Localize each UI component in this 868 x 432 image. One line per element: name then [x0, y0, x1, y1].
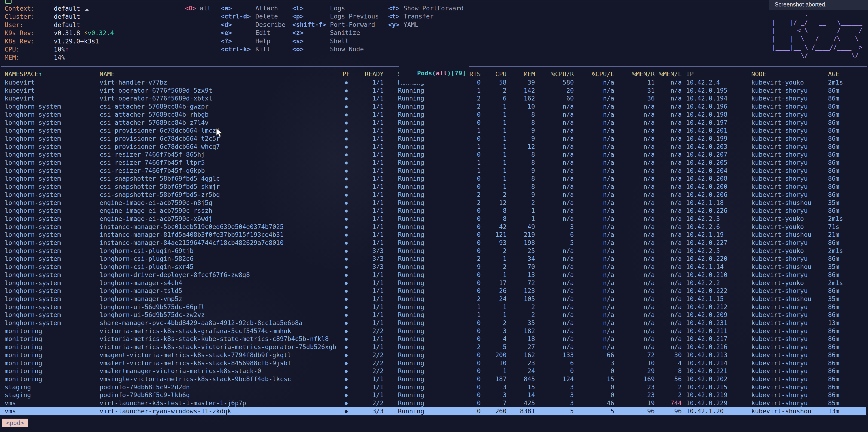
cell-mem: 9 [512, 191, 535, 199]
table-row[interactable]: monitoringvmalert-victoria-metrics-k8s-s… [0, 359, 866, 367]
column-header-ready[interactable]: READY [353, 70, 383, 78]
table-row[interactable]: longhorn-systeminstance-manager-5bc01eeb… [0, 223, 866, 231]
table-row-selected[interactable]: vmsvirt-launcher-ryan-windows-11-zkdqk●3… [0, 407, 866, 416]
cell-status: Running [398, 223, 442, 231]
cell-restarts: 0 [445, 287, 481, 295]
table-row[interactable]: vmsvirt-launcher-k3s-test-1-master-1-j6p… [0, 399, 866, 407]
cell-meml: n/a [654, 319, 682, 327]
cell-meml: 30 [654, 351, 682, 359]
column-header-cpur[interactable]: %CPU/R [541, 70, 574, 78]
table-row[interactable]: longhorn-systemcsi-attacher-57689cc84b-z… [0, 119, 866, 127]
table-row[interactable]: longhorn-systeminstance-manager-84ae2159… [0, 239, 866, 247]
cell-restarts: 0 [445, 327, 481, 335]
table-row[interactable]: longhorn-systemlonghorn-csi-plugin-sxr45… [0, 263, 866, 271]
table-row[interactable]: longhorn-systemlonghorn-csi-plugin-582c6… [0, 255, 866, 263]
table-row[interactable]: longhorn-systemlonghorn-manager-s4ch4●1/… [0, 279, 866, 287]
pod-status-dot-icon: ● [342, 111, 351, 119]
cell-age: 86m [828, 167, 866, 175]
table-row[interactable]: longhorn-systemcsi-attacher-57689cc84b-g… [0, 103, 866, 111]
pod-status-dot-icon: ● [342, 383, 351, 391]
cell-node: kubevirt-youko [751, 78, 827, 87]
table-row[interactable]: monitoringvmagent-victoria-metrics-k8s-s… [0, 351, 866, 359]
table-row[interactable]: longhorn-systemcsi-resizer-7466f7b45f-86… [0, 151, 866, 159]
table-row[interactable]: longhorn-systeminstance-manager-81fd5a40… [0, 231, 866, 239]
pod-status-dot-icon: ● [342, 375, 351, 383]
cell-restarts: 0 [445, 367, 481, 375]
column-header-ns[interactable]: NAMESPACE↑ [5, 70, 97, 78]
cell-ready: 1/1 [353, 159, 383, 167]
cell-cpul: n/a [582, 135, 614, 143]
table-row[interactable]: longhorn-systemcsi-provisioner-6c78dcb66… [0, 135, 866, 143]
cell-meml: n/a [654, 215, 682, 223]
table-row[interactable]: stagingpodinfo-79db68f5c9-lkb6q●1/1Runni… [0, 391, 866, 399]
table-row[interactable]: longhorn-systemcsi-attacher-57689cc84b-r… [0, 111, 866, 119]
table-row[interactable]: longhorn-systemlonghorn-ui-56d9b575dc-zw… [0, 311, 866, 319]
cell-memr: n/a [622, 191, 655, 199]
table-row[interactable]: longhorn-systemshare-manager-pvc-4bbd842… [0, 319, 866, 327]
cell-ready: 1/1 [353, 111, 383, 119]
table-row[interactable]: longhorn-systemcsi-snapshotter-58bf69fbd… [0, 183, 866, 191]
cell-mem: 23 [512, 359, 535, 367]
cell-cpu: 1 [485, 311, 506, 319]
table-row[interactable]: longhorn-systemengine-image-ei-acb7590c-… [0, 207, 866, 215]
table-row[interactable]: longhorn-systemlonghorn-driver-deployer-… [0, 271, 866, 279]
column-header-mem[interactable]: MEM [512, 70, 535, 78]
cell-node: kubevirt-shoryu [751, 255, 827, 263]
column-header-node[interactable]: NODE [751, 70, 827, 78]
cell-restarts: 0 [445, 183, 481, 191]
cell-ns: longhorn-system [5, 215, 97, 223]
table-row[interactable]: longhorn-systemcsi-resizer-7466f7b45f-q6… [0, 167, 866, 175]
table-row[interactable]: kubevirtvirt-operator-6776f5689d-xbtxl●1… [0, 95, 866, 103]
cell-cpul: 15 [582, 375, 614, 383]
column-header-cpu[interactable]: CPU [485, 70, 506, 78]
column-header-cpul[interactable]: %CPU/L [582, 70, 614, 78]
table-row[interactable]: stagingpodinfo-79db68f5c9-2d2dn●1/1Runni… [0, 383, 866, 391]
cell-cpu: 200 [485, 351, 506, 359]
table-row[interactable]: longhorn-systemlonghorn-manager-tsld5●1/… [0, 287, 866, 295]
cell-cpu: 2 [485, 191, 506, 199]
cell-mem: 12 [512, 143, 535, 151]
column-header-name[interactable]: NAME [100, 70, 341, 78]
cell-cpur: 3 [541, 223, 574, 231]
cell-cpul: n/a [582, 239, 614, 247]
table-row[interactable]: longhorn-systemlonghorn-ui-56d9b575dc-66… [0, 303, 866, 311]
column-header-pf[interactable]: PF [342, 70, 351, 78]
column-header-memr[interactable]: %MEM/R [622, 70, 655, 78]
cell-name: csi-attacher-57689cc84b-rhbgb [100, 111, 341, 119]
cell-name: instance-manager-81fd5a408b3f0fe37bb915f… [100, 231, 341, 239]
cell-ready: 1/1 [353, 119, 383, 127]
table-row[interactable]: kubevirtvirt-operator-6776f5689d-5zx9t●1… [0, 87, 866, 95]
column-header-ip[interactable]: IP [686, 70, 749, 78]
cell-status: Running [398, 271, 442, 279]
cell-node: kubevirt-shoryu [751, 327, 827, 335]
pod-status-dot-icon: ● [342, 367, 351, 375]
cell-mem: 8381 [512, 407, 535, 416]
table-row[interactable]: monitoringvictoria-metrics-k8s-stack-kub… [0, 335, 866, 343]
cell-status: Running [398, 295, 442, 303]
table-row[interactable]: longhorn-systemcsi-provisioner-6c78dcb66… [0, 143, 866, 151]
table-row[interactable]: longhorn-systemcsi-provisioner-6c78dcb66… [0, 127, 866, 135]
cell-restarts: 0 [445, 359, 481, 367]
cell-ns: longhorn-system [5, 271, 97, 279]
table-row[interactable]: longhorn-systemlonghorn-manager-vmp5z●1/… [0, 295, 866, 303]
cell-memr: n/a [622, 127, 655, 135]
column-header-meml[interactable]: %MEM/L [654, 70, 682, 78]
cell-age: 2m1s [828, 215, 866, 223]
cell-mem: 8 [512, 111, 535, 119]
column-header-age[interactable]: AGE [828, 70, 866, 78]
table-row[interactable]: longhorn-systemcsi-resizer-7466f7b45f-lt… [0, 159, 866, 167]
cell-ready: 1/1 [353, 143, 383, 151]
table-row[interactable]: monitoringvictoria-metrics-k8s-stack-vic… [0, 343, 866, 351]
table-row[interactable]: monitoringvmalertmanager-victoria-metric… [0, 367, 866, 375]
table-row[interactable]: longhorn-systemlonghorn-csi-plugin-69tjb… [0, 247, 866, 255]
table-row[interactable]: monitoringvictoria-metrics-k8s-stack-gra… [0, 327, 866, 335]
cell-restarts: 0 [445, 247, 481, 255]
cell-memr: 36 [622, 95, 655, 103]
cell-node: kubevirt-shushou [751, 199, 827, 207]
table-row[interactable]: longhorn-systemcsi-snapshotter-58bf69fbd… [0, 175, 866, 183]
table-row[interactable]: longhorn-systemcsi-snapshotter-58bf69fbd… [0, 191, 866, 199]
table-row[interactable]: longhorn-systemengine-image-ei-acb7590c-… [0, 199, 866, 207]
cell-ns: monitoring [5, 351, 97, 359]
table-row[interactable]: monitoringvmsingle-victoria-metrics-k8s-… [0, 375, 866, 383]
table-row[interactable]: longhorn-systemengine-image-ei-acb7590c-… [0, 215, 866, 223]
